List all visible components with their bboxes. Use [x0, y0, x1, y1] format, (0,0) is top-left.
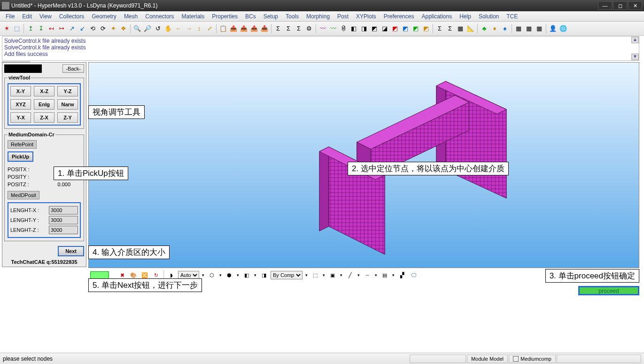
- axis-icon[interactable]: ↧: [36, 24, 46, 33]
- arrow-diag-icon[interactable]: ⤢: [205, 24, 214, 33]
- sigma-icon[interactable]: Σ: [284, 24, 293, 33]
- globe-icon[interactable]: 🌐: [559, 24, 568, 33]
- menu-properties[interactable]: Properties: [208, 13, 241, 20]
- line-icon[interactable]: ╱: [345, 270, 355, 280]
- view-yx-button[interactable]: Y-X: [10, 112, 31, 123]
- next-button[interactable]: Next: [58, 246, 84, 256]
- wire-icon[interactable]: ⬡: [207, 270, 217, 280]
- menu-help[interactable]: Help: [456, 13, 475, 20]
- maximize-button[interactable]: ◻: [613, 1, 627, 10]
- gear-icon[interactable]: ⚙: [304, 24, 314, 33]
- close-button[interactable]: ✕: [628, 1, 642, 10]
- menu-bcs[interactable]: BCs: [241, 13, 260, 20]
- checkbox-icon[interactable]: [513, 356, 519, 362]
- sigma-icon[interactable]: Σ: [445, 24, 455, 33]
- pan-icon[interactable]: ✋: [163, 24, 173, 33]
- export-icon[interactable]: 📤: [229, 24, 238, 33]
- sigma-icon[interactable]: Σ: [273, 24, 283, 33]
- menu-file[interactable]: File: [2, 13, 18, 20]
- chevron-down-icon[interactable]: ▾: [218, 273, 223, 277]
- curve-icon[interactable]: 〰: [328, 24, 338, 33]
- view-narw-button[interactable]: Narw: [57, 99, 78, 110]
- arrow-updown-icon[interactable]: ↕: [194, 24, 204, 33]
- menu-tools[interactable]: Tools: [282, 13, 303, 20]
- tool-icon[interactable]: ♠: [500, 24, 510, 33]
- tool-icon[interactable]: ♣: [480, 24, 489, 33]
- menu-preferences[interactable]: Preferences: [380, 13, 418, 20]
- tool-icon[interactable]: ✶: [2, 24, 11, 33]
- axis-icon[interactable]: ↤: [47, 24, 56, 33]
- menu-tce[interactable]: TCE: [503, 13, 521, 20]
- view-xyz-button[interactable]: XYZ: [10, 99, 31, 110]
- meddposit-button[interactable]: MedDPosit: [8, 191, 39, 199]
- dash-icon[interactable]: ┄: [363, 270, 372, 280]
- cube-color-icon[interactable]: ◩: [421, 24, 431, 33]
- menu-post[interactable]: Post: [334, 13, 352, 20]
- zoom-icon[interactable]: 🔍: [132, 24, 142, 33]
- chevron-down-icon[interactable]: ▾: [304, 273, 309, 277]
- copy-icon[interactable]: 📋: [218, 24, 228, 33]
- chevron-down-icon[interactable]: ▾: [322, 273, 326, 277]
- chevron-down-icon[interactable]: ▾: [339, 273, 343, 277]
- measure-icon[interactable]: 📐: [466, 24, 475, 33]
- monitor-icon[interactable]: 🖵: [409, 270, 418, 280]
- view-zx-button[interactable]: Z-X: [34, 112, 54, 123]
- axis-icon[interactable]: ⟳: [98, 24, 108, 33]
- chevron-down-icon[interactable]: ▾: [236, 273, 240, 277]
- view-yz-button[interactable]: Y-Z: [57, 86, 78, 96]
- axis-icon[interactable]: ⟲: [88, 24, 97, 33]
- cube-icon[interactable]: ◨: [359, 24, 369, 33]
- view-zy-button[interactable]: Z-Y: [57, 112, 78, 123]
- wire-icon[interactable]: ⬢: [225, 270, 234, 280]
- table-icon[interactable]: ▦: [456, 24, 465, 33]
- menu-geometry[interactable]: Geometry: [88, 13, 120, 20]
- menu-edit[interactable]: Edit: [18, 13, 36, 20]
- menu-connectors[interactable]: Connectors: [141, 13, 178, 20]
- menu-applications[interactable]: Applications: [418, 13, 456, 20]
- sigma-icon[interactable]: Σ: [294, 24, 303, 33]
- refepoint-button[interactable]: RefePoint: [8, 140, 37, 149]
- grid-icon[interactable]: ▦: [535, 24, 544, 33]
- menu-xyplots[interactable]: XYPlots: [352, 13, 380, 20]
- zoom-out-icon[interactable]: 🔎: [143, 24, 152, 33]
- tool-icon[interactable]: ⬚: [12, 24, 22, 33]
- view-xy-button[interactable]: X-Y: [10, 86, 31, 96]
- minimize-button[interactable]: —: [598, 1, 612, 10]
- grid-icon[interactable]: ▦: [524, 24, 534, 33]
- cube-icon[interactable]: ◨: [259, 270, 269, 280]
- cube-color-icon[interactable]: ◩: [401, 24, 410, 33]
- cube-icon[interactable]: ◧: [349, 24, 358, 33]
- export-icon[interactable]: 📤: [239, 24, 248, 33]
- user-icon[interactable]: 👤: [548, 24, 558, 33]
- cylinder-icon[interactable]: 🛢: [339, 24, 348, 33]
- blocks-icon[interactable]: ▞: [397, 270, 407, 280]
- chevron-down-icon[interactable]: ▾: [357, 273, 361, 277]
- chevron-down-icon[interactable]: ▾: [374, 273, 378, 277]
- menu-solution[interactable]: Solution: [475, 13, 503, 20]
- menu-setup[interactable]: Setup: [260, 13, 282, 20]
- arrow-right-icon[interactable]: →: [184, 24, 194, 33]
- rotate-icon[interactable]: ↺: [153, 24, 163, 33]
- axis-icon[interactable]: ↙: [78, 24, 87, 33]
- cube-color-icon[interactable]: ◩: [411, 24, 420, 33]
- cube-color-icon[interactable]: ◩: [390, 24, 400, 33]
- view-enlg-button[interactable]: Enlg: [34, 99, 54, 110]
- cube-icon[interactable]: ◪: [380, 24, 389, 33]
- color-select[interactable]: By Comp: [271, 271, 303, 279]
- chevron-down-icon[interactable]: ▾: [391, 273, 396, 277]
- sigma-icon[interactable]: Σ: [435, 24, 444, 33]
- axis-icon[interactable]: ✦: [109, 24, 118, 33]
- axis-icon[interactable]: ↥: [26, 24, 35, 33]
- chevron-down-icon[interactable]: ▾: [201, 273, 205, 277]
- lenz-input[interactable]: [49, 226, 78, 234]
- menu-materials[interactable]: Materials: [178, 13, 209, 20]
- arrow-left-icon[interactable]: ←: [174, 24, 183, 33]
- grid-icon[interactable]: ▦: [514, 24, 523, 33]
- export-icon[interactable]: 📤: [249, 24, 259, 33]
- scroll-up-button[interactable]: ▲: [631, 37, 639, 43]
- pickup-button[interactable]: PickUp: [8, 151, 33, 162]
- layer-icon[interactable]: ▤: [380, 270, 389, 280]
- curve-icon[interactable]: 〰: [318, 24, 327, 33]
- scroll-down-button[interactable]: ▼: [631, 54, 639, 60]
- leny-input[interactable]: [49, 216, 78, 224]
